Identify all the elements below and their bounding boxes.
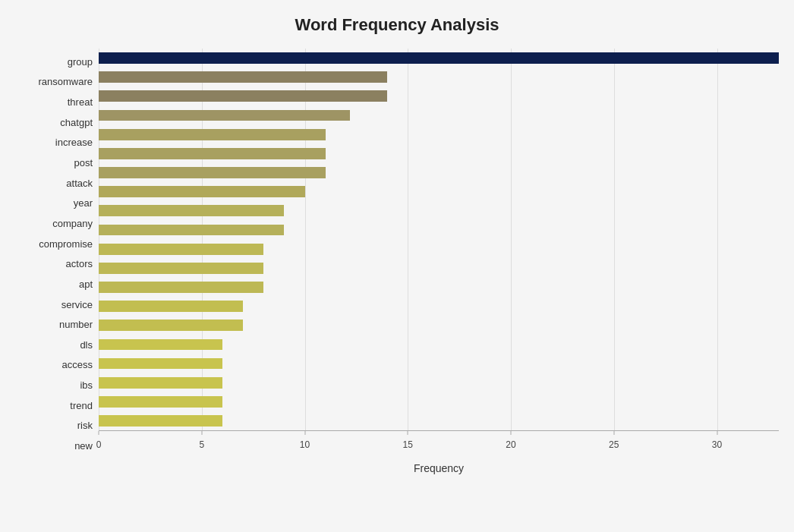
bar [99,129,326,140]
bar [99,263,263,274]
bar-row [99,49,779,68]
y-label: number [15,320,93,329]
y-label: company [15,219,93,228]
x-tick-label: 25 [609,439,619,450]
bars-and-x: 051015202530 Frequency [99,49,779,474]
x-tick-mark [201,431,202,435]
bar [99,225,284,236]
x-tick-label: 10 [300,439,310,450]
bar [99,282,263,293]
bar [99,52,779,64]
bar-row [99,335,779,354]
y-label: ransomware [15,77,93,87]
bar [99,71,387,83]
bar [99,301,243,312]
x-axis-label: Frequency [99,462,779,474]
bar-row [99,163,779,182]
bar-row [99,68,779,87]
y-label: dls [15,340,93,350]
y-label: trend [15,401,93,411]
bar [99,90,387,102]
chart-title: Word Frequency Analysis [15,15,779,35]
y-label: service [15,300,93,310]
y-label: year [15,198,93,208]
bar [99,205,284,216]
x-tick-mark [408,431,408,435]
bar [99,320,243,331]
y-label: chatgpt [15,118,93,127]
bar-row [99,316,779,335]
bar [99,415,222,427]
bar-row [99,105,779,124]
y-label: actors [15,259,93,269]
bar-row [99,297,779,316]
bar-row [99,182,779,201]
bar-row [99,392,779,411]
bar-row [99,201,779,220]
bar [99,339,222,351]
bar [99,377,222,389]
y-label: threat [15,97,93,107]
y-label: increase [15,137,93,147]
bar [99,167,326,178]
x-tick-label: 30 [712,439,722,450]
bar-row [99,354,779,373]
bar-row [99,411,779,430]
x-tick-label: 5 [199,439,204,450]
bar-row [99,240,779,259]
bar-row [99,144,779,163]
bar-row [99,220,779,239]
y-label: attack [15,178,93,188]
bars-rows [99,49,779,430]
x-tick-label: 20 [506,439,515,450]
y-label: apt [15,279,93,289]
x-axis: 051015202530 [99,430,779,461]
x-tick-label: 0 [96,439,102,450]
bar [99,244,263,255]
x-tick-mark [717,431,717,435]
y-label: access [15,360,93,370]
y-label: compromise [15,239,93,249]
chart-area: groupransomwarethreatchatgptincreasepost… [15,49,779,474]
y-label: ibs [15,380,93,390]
bar [99,186,305,197]
y-label: group [15,57,93,67]
y-label: post [15,158,93,168]
x-tick-mark [613,431,614,435]
chart-container: Word Frequency Analysis groupransomwaret… [0,0,794,532]
y-label: new [15,441,93,451]
bar-row [99,259,779,278]
bar [99,110,350,121]
bar-row [99,87,779,105]
y-axis: groupransomwarethreatchatgptincreasepost… [15,49,99,474]
x-tick-mark [511,431,512,435]
bar [99,396,222,408]
bar-row [99,278,779,297]
bar [99,358,222,370]
y-label: risk [15,420,93,430]
x-tick-label: 15 [403,439,413,450]
bar-row [99,125,779,144]
bars-section [99,49,779,430]
x-tick-mark [99,431,99,435]
x-tick-mark [304,431,305,435]
bar [99,148,326,159]
bar-row [99,373,779,392]
